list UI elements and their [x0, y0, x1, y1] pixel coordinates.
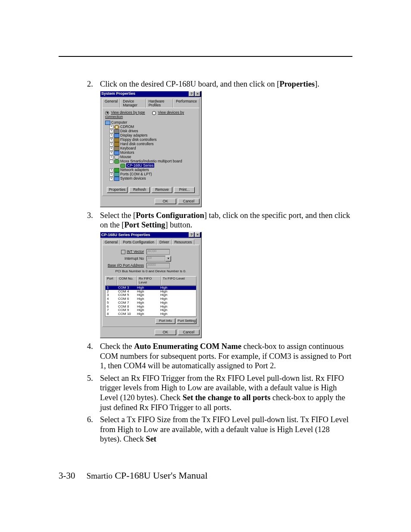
device-icon [114, 168, 119, 172]
tab-ports-configuration[interactable]: Ports Configuration [120, 240, 157, 245]
tab-performance[interactable]: Performance [173, 99, 199, 108]
tree-node[interactable]: CP-168U Series [105, 164, 196, 168]
cancel-button[interactable]: Cancel [178, 330, 199, 335]
tree-node-label: Display adapters [120, 133, 147, 137]
footer-title: CP-168U User's Manual [112, 470, 208, 481]
cell-com: COM 10 [117, 312, 136, 316]
expander-icon[interactable]: + [109, 156, 113, 159]
int-vector-input[interactable]: AC00 [146, 249, 170, 255]
step-2: 2. Click on the desired CP-168U board, a… [100, 79, 352, 207]
cancel-button[interactable]: Cancel [178, 199, 199, 204]
device-icon [105, 121, 110, 125]
port-info-button[interactable]: Port Info [156, 318, 175, 324]
tree-node-label: Disk drives [120, 129, 138, 133]
refresh-button[interactable]: Refresh [129, 187, 150, 193]
expander-icon[interactable]: + [109, 173, 113, 177]
help-button[interactable]: ? [189, 232, 194, 237]
expander-icon[interactable]: + [109, 138, 113, 142]
interrupt-no-label: Interrupt No [105, 257, 146, 261]
tree-node-label: System devices [120, 176, 146, 180]
properties-button[interactable]: Properties [107, 187, 128, 193]
device-icon [114, 125, 119, 129]
expander-icon[interactable]: + [109, 134, 113, 137]
tab-strip: General Ports Configuration Driver Resou… [102, 240, 199, 245]
tab-driver[interactable]: Driver [157, 240, 172, 245]
expander-icon[interactable]: + [109, 177, 113, 181]
tree-node-label: CDROM [120, 124, 134, 129]
interrupt-no-input[interactable]: 10 [146, 256, 165, 261]
device-tree[interactable]: Computer+CDROM+Disk drives+Display adapt… [105, 121, 196, 181]
base-io-input[interactable]: A800 [146, 263, 170, 268]
expander-icon[interactable]: + [109, 125, 113, 129]
device-icon [114, 134, 119, 138]
dropdown-arrow-icon[interactable]: ▾ [165, 256, 171, 261]
tab-general[interactable]: General [102, 240, 120, 245]
titlebar[interactable]: CP-168U Series Properties ? × [100, 232, 201, 238]
instruction-list: 2. Click on the desired CP-168U board, a… [59, 79, 352, 444]
col-tx-fifo[interactable]: Tx FIFO Level [161, 276, 196, 286]
int-vector-checkbox[interactable] [121, 250, 125, 254]
tree-node-label: Ports (COM & LPT) [120, 172, 152, 176]
ok-button[interactable]: OK [155, 330, 176, 335]
tab-device-manager[interactable]: Device Manager [120, 99, 146, 108]
tab-resources[interactable]: Resources [172, 240, 195, 245]
tree-node[interactable]: +Hard disk controllers [105, 142, 196, 146]
device-icon [114, 138, 119, 142]
tree-node[interactable]: +Ports (COM & LPT) [105, 172, 196, 177]
cell-port: 8 [106, 312, 117, 316]
device-icon [114, 159, 119, 164]
expander-icon[interactable]: - [109, 160, 113, 164]
close-button[interactable]: × [195, 91, 200, 96]
step-3: 3. Select the [Ports Configuration] tab,… [100, 211, 352, 338]
tree-node-label: CP-168U Series [126, 163, 154, 168]
step-number: 4. [87, 342, 93, 352]
expander-icon[interactable]: + [109, 129, 113, 133]
cell-rx: High [136, 312, 159, 316]
radio-by-connection[interactable] [152, 111, 156, 115]
step-text: Select the [Ports Configuration] tab, cl… [100, 211, 350, 230]
tree-node-label: Hard disk controllers [120, 142, 153, 146]
device-icon [114, 155, 119, 159]
tab-hardware-profiles[interactable]: Hardware Profiles [146, 99, 174, 108]
col-rx-fifo[interactable]: Rx FIFO Level [137, 276, 161, 286]
device-manager-panel: View devices by type View devices by con… [102, 108, 199, 196]
tab-general[interactable]: General [102, 99, 120, 108]
device-icon [114, 177, 119, 181]
titlebar[interactable]: System Properties ? × [100, 91, 201, 97]
table-row[interactable]: 8COM 10HighHigh [106, 312, 196, 316]
ok-button[interactable]: OK [155, 199, 176, 204]
col-com-no[interactable]: COM No. [117, 276, 137, 286]
footer-smartio: Smartio [87, 471, 112, 480]
tree-node[interactable]: +System devices [105, 177, 196, 181]
expander-icon[interactable]: + [109, 151, 113, 155]
radio-by-type[interactable] [105, 111, 109, 115]
device-icon [114, 151, 119, 155]
header-rule [59, 56, 352, 57]
tree-node[interactable]: +CDROM [105, 125, 196, 129]
ports-table: Port COM No. Rx FIFO Level Tx FIFO Level… [105, 276, 196, 317]
window-title: CP-168U Series Properties [101, 233, 188, 237]
expander-icon[interactable]: + [109, 168, 113, 172]
tree-node-label: Moxa Smartio/Industio multiport board [120, 159, 182, 163]
tree-node[interactable]: +Keyboard [105, 146, 196, 151]
help-button[interactable]: ? [189, 91, 194, 96]
step-5: 5. Select an Rx FIFO Trigger from the Rx… [100, 373, 352, 412]
tree-node[interactable]: +Monitors [105, 151, 196, 155]
close-button[interactable]: × [195, 232, 200, 237]
cp168u-properties-dialog: CP-168U Series Properties ? × General Po… [100, 232, 202, 338]
tree-node[interactable]: Computer [105, 121, 196, 125]
tree-node-label: Keyboard [120, 146, 136, 150]
expander-icon[interactable]: + [109, 143, 113, 146]
print-button[interactable]: Print... [174, 187, 195, 193]
step-text: Select a Tx FIFO Size from the Tx FIFO L… [100, 415, 349, 443]
device-icon [114, 172, 119, 177]
remove-button[interactable]: Remove [152, 187, 172, 193]
col-port[interactable]: Port [105, 276, 117, 286]
tree-node-label: Network adapters [120, 168, 149, 172]
system-properties-dialog: System Properties ? × General Device Man… [100, 91, 202, 207]
tree-node-label: Floppy disk controllers [120, 137, 157, 142]
expander-icon[interactable]: + [109, 147, 113, 151]
step-number: 6. [87, 415, 93, 425]
port-setting-button[interactable]: Port Setting [177, 318, 196, 324]
tree-node[interactable]: +Disk drives [105, 129, 196, 134]
